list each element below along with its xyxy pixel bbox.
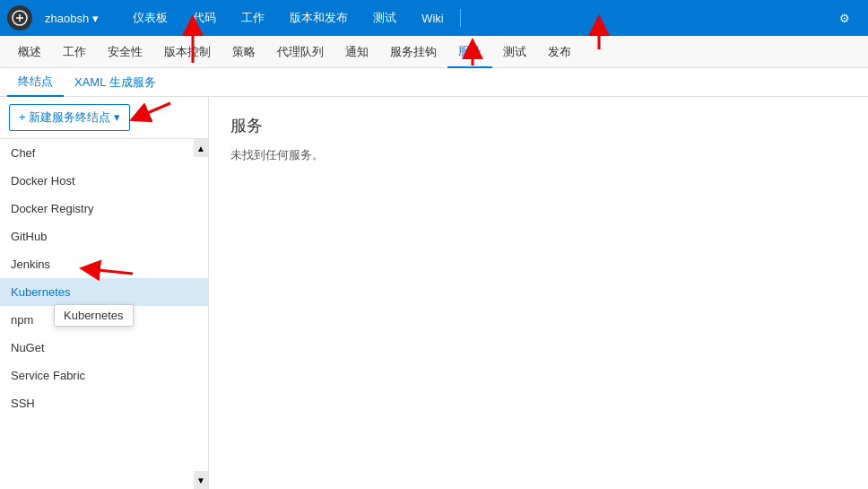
nav-release[interactable]: 版本和发布 bbox=[277, 0, 360, 36]
sidebar-item-github[interactable]: GitHub bbox=[0, 223, 208, 250]
tab-endpoint[interactable]: 终结点 bbox=[7, 68, 64, 97]
nav-test[interactable]: 测试 bbox=[360, 0, 409, 36]
secondary-nav-policy[interactable]: 策略 bbox=[221, 36, 266, 68]
secondary-nav-versioncontrol[interactable]: 版本控制 bbox=[153, 36, 221, 68]
app-logo bbox=[7, 5, 32, 31]
sidebar-item-kubernetes[interactable]: Kubernetes bbox=[0, 278, 208, 306]
username-label: zhaobsh bbox=[45, 12, 89, 25]
sidebar-item-docker-registry[interactable]: Docker Registry bbox=[0, 195, 208, 223]
tab-bar: 终结点 XAML 生成服务 bbox=[0, 68, 868, 97]
main-layout: + 新建服务终结点 ▾ ▲ Chef Docker Host Docker Re… bbox=[0, 97, 868, 489]
secondary-nav-notification[interactable]: 通知 bbox=[334, 36, 379, 68]
sidebar-item-nuget[interactable]: NuGet bbox=[0, 334, 208, 362]
nav-dashboard[interactable]: 仪表板 bbox=[120, 0, 180, 36]
scroll-down-button[interactable]: ▼ bbox=[194, 471, 208, 489]
content-title: 服务 bbox=[230, 115, 846, 136]
sidebar-item-service-fabric[interactable]: Service Fabric bbox=[0, 362, 208, 389]
secondary-nav-servicehook[interactable]: 服务挂钩 bbox=[379, 36, 447, 68]
top-bar: zhaobsh ▾ 仪表板 代码 工作 版本和发布 测试 Wiki ⚙ bbox=[0, 0, 868, 36]
scroll-up-button[interactable]: ▲ bbox=[194, 139, 208, 157]
new-endpoint-button[interactable]: + 新建服务终结点 ▾ bbox=[9, 104, 130, 131]
secondary-nav-publish[interactable]: 发布 bbox=[537, 36, 582, 68]
tab-xaml[interactable]: XAML 生成服务 bbox=[64, 68, 167, 97]
secondary-nav-overview[interactable]: 概述 bbox=[7, 36, 52, 68]
sidebar-item-docker-host[interactable]: Docker Host bbox=[0, 167, 208, 195]
settings-button[interactable]: ⚙ bbox=[829, 0, 861, 36]
secondary-nav-test[interactable]: 测试 bbox=[492, 36, 537, 68]
sidebar-item-npm[interactable]: npm Kubernetes bbox=[0, 306, 208, 334]
content-area: 服务 未找到任何服务。 bbox=[209, 97, 868, 489]
top-nav: 仪表板 代码 工作 版本和发布 测试 Wiki bbox=[120, 0, 464, 36]
new-endpoint-label: + 新建服务终结点 ▾ bbox=[19, 109, 120, 126]
nav-work[interactable]: 工作 bbox=[229, 0, 277, 36]
settings-icon: ⚙ bbox=[839, 12, 850, 25]
nav-separator bbox=[460, 9, 461, 27]
nav-wiki[interactable]: Wiki bbox=[409, 0, 456, 36]
content-empty-message: 未找到任何服务。 bbox=[230, 147, 846, 163]
npm-label: npm bbox=[11, 313, 33, 327]
nav-code[interactable]: 代码 bbox=[180, 0, 229, 36]
user-caret-icon: ▾ bbox=[92, 12, 99, 25]
sidebar-item-chef[interactable]: Chef bbox=[0, 139, 208, 167]
sidebar-item-jenkins[interactable]: Jenkins bbox=[0, 250, 208, 278]
secondary-nav-service[interactable]: 服务 bbox=[447, 36, 492, 68]
secondary-nav-agentqueue[interactable]: 代理队列 bbox=[266, 36, 334, 68]
sidebar-list[interactable]: ▲ Chef Docker Host Docker Registry GitHu… bbox=[0, 139, 208, 489]
kubernetes-tooltip: Kubernetes bbox=[54, 304, 134, 327]
secondary-nav-work[interactable]: 工作 bbox=[52, 36, 97, 68]
sidebar-item-ssh[interactable]: SSH bbox=[0, 389, 208, 417]
sidebar-header: + 新建服务终结点 ▾ bbox=[0, 97, 208, 139]
user-menu[interactable]: zhaobsh ▾ bbox=[38, 12, 106, 25]
secondary-nav-security[interactable]: 安全性 bbox=[97, 36, 153, 68]
secondary-nav: 概述 工作 安全性 版本控制 策略 代理队列 通知 服务挂钩 服务 测试 发布 bbox=[0, 36, 868, 68]
sidebar: + 新建服务终结点 ▾ ▲ Chef Docker Host Docker Re… bbox=[0, 97, 209, 489]
